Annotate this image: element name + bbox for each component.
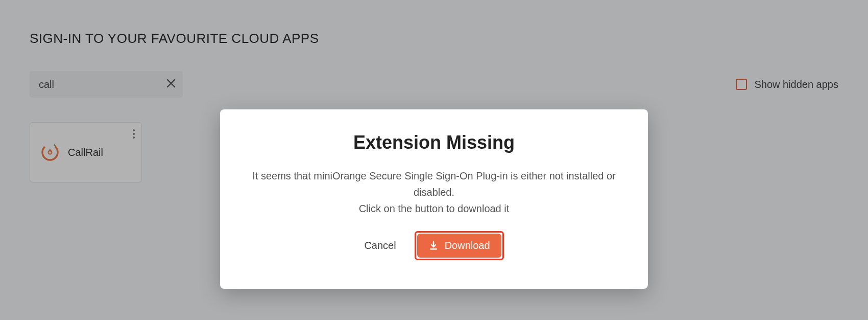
svg-rect-6 — [430, 248, 437, 250]
download-button[interactable]: Download — [417, 234, 501, 258]
modal-overlay: Extension Missing It seems that miniOran… — [0, 0, 868, 320]
download-icon — [428, 241, 439, 251]
modal-title: Extension Missing — [238, 132, 630, 153]
modal-text: It seems that miniOrange Secure Single S… — [238, 168, 630, 217]
modal-text-line1: It seems that miniOrange Secure Single S… — [252, 170, 615, 198]
download-highlight: Download — [415, 231, 504, 260]
cancel-button[interactable]: Cancel — [364, 240, 396, 252]
modal-text-line2: Click on the button to download it — [359, 203, 510, 214]
download-button-label: Download — [445, 240, 490, 252]
extension-missing-modal: Extension Missing It seems that miniOran… — [220, 109, 648, 289]
modal-actions: Cancel Download — [238, 231, 630, 260]
